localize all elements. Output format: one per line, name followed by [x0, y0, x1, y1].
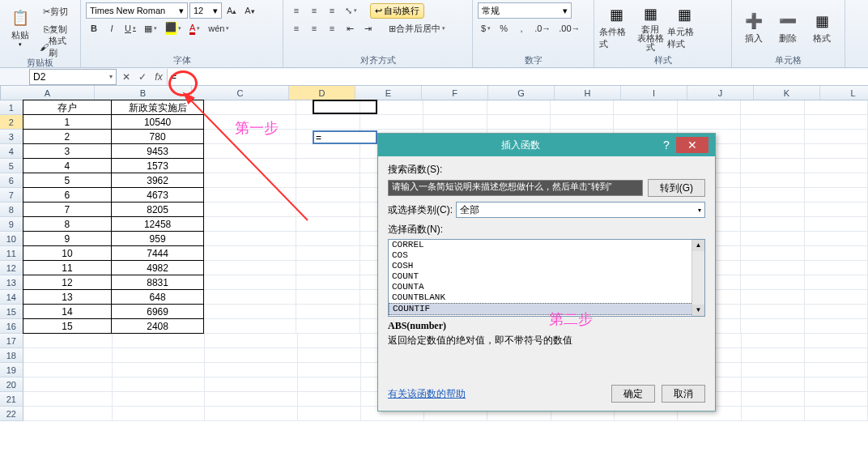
cell-L1[interactable]: [805, 100, 868, 115]
cell-L6[interactable]: [805, 173, 868, 188]
cell-L7[interactable]: [805, 188, 868, 203]
cell-C16[interactable]: [204, 319, 297, 334]
number-format-select[interactable]: 常规▾: [478, 2, 572, 19]
orientation-button[interactable]: ⤡▾: [342, 2, 360, 19]
row-header-20[interactable]: 20: [0, 377, 23, 392]
func-item-cos[interactable]: COS: [389, 250, 704, 261]
cell-K13[interactable]: [741, 275, 804, 290]
cut-button[interactable]: ✂剪切: [36, 3, 75, 19]
cell-D13[interactable]: [296, 275, 360, 290]
cell-K8[interactable]: [741, 203, 804, 217]
cell-C7[interactable]: [204, 188, 297, 203]
row-header-3[interactable]: 3: [0, 130, 23, 144]
cell-D12[interactable]: [296, 261, 360, 275]
cell-A11[interactable]: 10: [23, 245, 113, 261]
row-header-4[interactable]: 4: [0, 144, 23, 159]
currency-button[interactable]: $▾: [478, 20, 494, 36]
cell-L13[interactable]: [805, 275, 868, 290]
cell-B5[interactable]: 1573: [111, 158, 204, 173]
cell-K9[interactable]: [741, 217, 804, 232]
col-header-J[interactable]: J: [687, 86, 754, 100]
cell-H2[interactable]: [551, 115, 614, 130]
cell-D15[interactable]: [296, 305, 360, 319]
cell-C19[interactable]: [205, 363, 297, 377]
col-header-H[interactable]: H: [555, 86, 621, 100]
row-header-8[interactable]: 8: [0, 203, 23, 217]
row-header-6[interactable]: 6: [0, 173, 23, 188]
cell-A19[interactable]: [23, 363, 113, 377]
cell-C18[interactable]: [205, 348, 297, 363]
grow-font-button[interactable]: A▴: [223, 2, 240, 19]
cell-A9[interactable]: 8: [23, 216, 113, 232]
cell-A2[interactable]: 1: [23, 114, 113, 130]
cell-D10[interactable]: [296, 232, 360, 246]
cell-K6[interactable]: [741, 173, 804, 188]
cell-L18[interactable]: [805, 348, 868, 363]
cell-K12[interactable]: [741, 261, 804, 275]
cell-D6[interactable]: [296, 173, 360, 188]
cell-B6[interactable]: 3962: [111, 173, 204, 188]
align-top-button[interactable]: ≡: [288, 2, 304, 19]
cell-C8[interactable]: [204, 203, 297, 217]
row-header-7[interactable]: 7: [0, 188, 23, 203]
align-center-button[interactable]: ≡: [306, 20, 322, 36]
format-cells-button[interactable]: ▦格式: [805, 2, 839, 52]
cell-A13[interactable]: 12: [23, 275, 113, 290]
col-header-B[interactable]: B: [95, 86, 192, 100]
row-header-11[interactable]: 11: [0, 246, 23, 261]
cell-C21[interactable]: [205, 392, 297, 407]
bold-button[interactable]: B: [86, 20, 102, 36]
col-header-C[interactable]: C: [192, 86, 289, 100]
cell-L15[interactable]: [805, 305, 868, 319]
cell-L21[interactable]: [805, 392, 868, 407]
font-size-select[interactable]: 12▾: [189, 2, 222, 19]
cell-E1[interactable]: [360, 100, 423, 115]
format-table-button[interactable]: ▦套用 表格格式: [633, 2, 667, 52]
cell-K18[interactable]: [742, 348, 805, 363]
cell-K16[interactable]: [741, 319, 804, 334]
cell-D5[interactable]: [296, 159, 360, 173]
row-header-2[interactable]: 2: [0, 115, 23, 130]
cell-D11[interactable]: [296, 246, 360, 261]
cell-B19[interactable]: [113, 363, 205, 377]
row-header-13[interactable]: 13: [0, 275, 23, 290]
cell-A17[interactable]: [23, 334, 113, 348]
scroll-up-button[interactable]: ▲: [692, 240, 704, 251]
col-header-L[interactable]: L: [820, 86, 868, 100]
cell-J2[interactable]: [678, 115, 741, 130]
cell-E2[interactable]: [360, 115, 423, 130]
cell-B17[interactable]: [113, 334, 205, 348]
insert-cells-button[interactable]: ➕插入: [737, 2, 771, 52]
cell-A20[interactable]: [23, 377, 113, 392]
cell-A6[interactable]: 5: [23, 173, 113, 188]
cell-D21[interactable]: [298, 392, 361, 407]
cell-A3[interactable]: 2: [23, 129, 113, 144]
cell-K21[interactable]: [742, 392, 805, 407]
border-button[interactable]: ▦▾: [141, 20, 160, 36]
cell-C1[interactable]: [204, 100, 297, 115]
cell-B3[interactable]: 780: [111, 129, 204, 144]
col-header-K[interactable]: K: [754, 86, 820, 100]
cell-A16[interactable]: 15: [23, 318, 113, 334]
cell-A5[interactable]: 4: [23, 158, 113, 173]
cell-A18[interactable]: [23, 348, 113, 363]
row-header-9[interactable]: 9: [0, 217, 23, 232]
col-header-E[interactable]: E: [355, 86, 422, 100]
function-list-scrollbar[interactable]: ▲ ▼: [691, 240, 704, 316]
row-header-22[interactable]: 22: [0, 407, 23, 421]
cell-I2[interactable]: [614, 115, 677, 130]
cell-C10[interactable]: [204, 232, 297, 246]
row-header-17[interactable]: 17: [0, 334, 23, 348]
col-header-I[interactable]: I: [621, 86, 687, 100]
cell-K11[interactable]: [741, 246, 804, 261]
cell-B11[interactable]: 7444: [111, 245, 204, 261]
cell-K22[interactable]: [742, 407, 805, 421]
cell-D18[interactable]: [298, 348, 361, 363]
cancel-button[interactable]: 取消: [662, 385, 705, 403]
font-name-select[interactable]: Times New Roman▾: [86, 2, 188, 19]
cell-L8[interactable]: [805, 203, 868, 217]
cell-H1[interactable]: [551, 100, 614, 115]
cell-K15[interactable]: [741, 305, 804, 319]
cell-L22[interactable]: [805, 407, 868, 421]
cell-L10[interactable]: [805, 232, 868, 246]
